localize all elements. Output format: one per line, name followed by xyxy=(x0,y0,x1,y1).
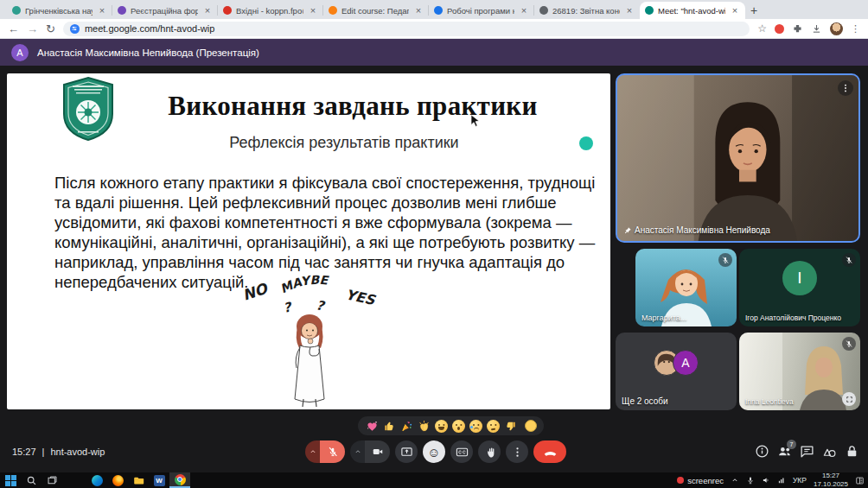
reaction-clapping-hands-icon[interactable] xyxy=(417,419,431,434)
captions-button[interactable] xyxy=(450,440,473,463)
video-tile-main-speaker[interactable]: Анастасія Максимівна Непийвода xyxy=(616,73,860,243)
taskbar-time: 15:27 xyxy=(814,472,848,480)
screenrec-label: screenrec xyxy=(687,476,724,485)
tab-close-icon[interactable] xyxy=(519,5,529,16)
video-tile-inna[interactable]: Inna Leontieva xyxy=(739,333,860,410)
reaction-crying-icon[interactable] xyxy=(469,419,483,434)
downloads-icon[interactable] xyxy=(811,23,822,35)
raise-hand-button[interactable] xyxy=(478,440,501,463)
tab-edit-course[interactable]: Edit course: Педагогіка та псі xyxy=(323,2,429,19)
tab-close-icon[interactable] xyxy=(730,5,740,16)
mic-muted-icon[interactable] xyxy=(320,440,345,463)
svg-text:NO: NO xyxy=(240,279,271,303)
tab-close-icon[interactable] xyxy=(624,5,635,16)
tab-title: Реєстраційна форма учасни xyxy=(131,6,198,16)
reactions-button[interactable] xyxy=(423,440,445,463)
tab-naukova-shkola[interactable]: Грінченківська наукова школ xyxy=(7,2,112,19)
people-panel-icon[interactable]: 7 xyxy=(777,444,792,459)
tray-volume-icon[interactable] xyxy=(762,476,770,485)
tile-options-icon[interactable] xyxy=(838,80,853,96)
camera-options-chevron-icon[interactable] xyxy=(350,440,365,463)
tab-close-icon[interactable] xyxy=(202,5,213,16)
word-icon[interactable]: W xyxy=(149,472,169,488)
screenrec-tray-item[interactable]: screenrec xyxy=(677,476,724,485)
tab-conference[interactable]: 26819: Звітна конференція | Є xyxy=(534,2,640,19)
browser-menu-icon[interactable] xyxy=(851,23,860,35)
bookmark-star-icon[interactable] xyxy=(757,23,767,34)
taskbar-search-icon[interactable] xyxy=(21,472,41,488)
video-tile-margaryta[interactable]: Маргарита... xyxy=(635,249,737,326)
reaction-tears-of-joy-icon[interactable] xyxy=(434,419,449,434)
reaction-thumbs-down-icon[interactable] xyxy=(503,419,518,434)
present-screen-button[interactable] xyxy=(395,440,418,463)
reaction-thumbs-up-icon[interactable] xyxy=(382,419,397,434)
extension-red-icon[interactable] xyxy=(775,24,784,34)
edge-icon[interactable] xyxy=(86,472,107,488)
mic-options-chevron-icon[interactable] xyxy=(305,440,320,463)
microphone-button[interactable] xyxy=(305,440,345,463)
reaction-thinking-icon[interactable] xyxy=(486,419,501,434)
tab-meet-active[interactable]: Meet: "hnt-avod-wip" xyxy=(640,2,745,19)
start-button[interactable] xyxy=(0,472,21,488)
tab-close-icon[interactable] xyxy=(97,5,107,16)
meeting-details-icon[interactable] xyxy=(755,444,769,459)
hidden-icons-chevron-icon[interactable] xyxy=(731,476,739,485)
file-explorer-icon[interactable] xyxy=(128,472,149,488)
skin-tone-selector-icon[interactable] xyxy=(525,420,537,432)
camera-button[interactable] xyxy=(350,440,390,463)
tab-favicon xyxy=(645,6,654,15)
tray-mic-icon[interactable] xyxy=(746,476,755,485)
taskbar-clock[interactable]: 15:27 17.10.2025 xyxy=(814,472,848,488)
extensions-puzzle-icon[interactable] xyxy=(792,23,803,35)
screenrec-icon xyxy=(677,477,684,484)
reaction-party-popper-icon[interactable] xyxy=(399,419,414,434)
activities-panel-icon[interactable] xyxy=(822,444,837,459)
screen: Грінченківська наукова школ Реєстраційна… xyxy=(0,0,868,488)
video-tile-more-people[interactable]: A Ще 2 особи xyxy=(616,333,737,410)
letter-avatar: І xyxy=(782,261,817,295)
host-controls-icon[interactable] xyxy=(845,444,859,459)
call-controls xyxy=(305,440,566,463)
chat-panel-icon[interactable] xyxy=(800,444,814,459)
expand-tile-icon[interactable] xyxy=(842,392,856,406)
chrome-icon-active[interactable] xyxy=(169,472,190,488)
thinking-person-doodle: NO MAYBE YES ? ? xyxy=(227,268,392,409)
tab-close-icon[interactable] xyxy=(413,5,424,16)
tray-network-icon[interactable] xyxy=(777,476,786,485)
presenter-banner: А Анастасія Максимівна Непийвода (Презен… xyxy=(0,39,868,66)
svg-text:?: ? xyxy=(315,297,327,314)
end-call-button[interactable] xyxy=(533,440,566,463)
task-view-icon[interactable] xyxy=(41,472,62,488)
separator: | xyxy=(42,447,45,457)
profile-avatar[interactable] xyxy=(830,22,843,35)
tab-programs[interactable]: Робочі програми навчальни xyxy=(429,2,534,19)
language-indicator[interactable]: УКР xyxy=(793,476,807,485)
video-tile-igor[interactable]: І Ігор Анатолійович Проценко xyxy=(739,249,860,326)
reaction-sparkling-heart-icon[interactable] xyxy=(365,419,380,434)
presenter-banner-text: Анастасія Максимівна Непийвода (Презента… xyxy=(37,48,259,58)
action-center-icon[interactable] xyxy=(855,476,865,485)
tab-inbox[interactable]: Вхідні - koppn.fpo@kubg.ed xyxy=(218,2,323,19)
firefox-icon[interactable] xyxy=(107,472,128,488)
back-icon[interactable] xyxy=(8,23,19,35)
camera-icon[interactable] xyxy=(365,440,390,463)
tab-title: 26819: Звітна конференція | Є xyxy=(552,6,620,16)
slide-accent-dot xyxy=(579,136,593,150)
tab-registration-form[interactable]: Реєстраційна форма учасни xyxy=(112,2,218,19)
reload-icon[interactable] xyxy=(46,23,55,35)
mic-off-icon xyxy=(718,253,732,267)
participant-name: Маргарита... xyxy=(641,314,686,322)
svg-text:MAYBE: MAYBE xyxy=(278,273,329,296)
more-options-button[interactable] xyxy=(506,440,528,463)
site-info-icon[interactable] xyxy=(70,24,80,34)
tab-close-icon[interactable] xyxy=(308,5,318,16)
forward-icon[interactable] xyxy=(27,23,38,35)
pin-icon xyxy=(623,226,632,235)
tab-title: Грінченківська наукова школ xyxy=(25,6,93,16)
reaction-surprised-icon[interactable] xyxy=(451,419,466,434)
new-tab-button[interactable] xyxy=(745,2,763,19)
address-bar[interactable]: meet.google.com/hnt-avod-wip xyxy=(63,22,750,36)
main-speaker-name: Анастасія Максимівна Непийвода xyxy=(623,225,770,235)
svg-text:?: ? xyxy=(282,299,295,316)
tab-favicon xyxy=(223,6,232,15)
